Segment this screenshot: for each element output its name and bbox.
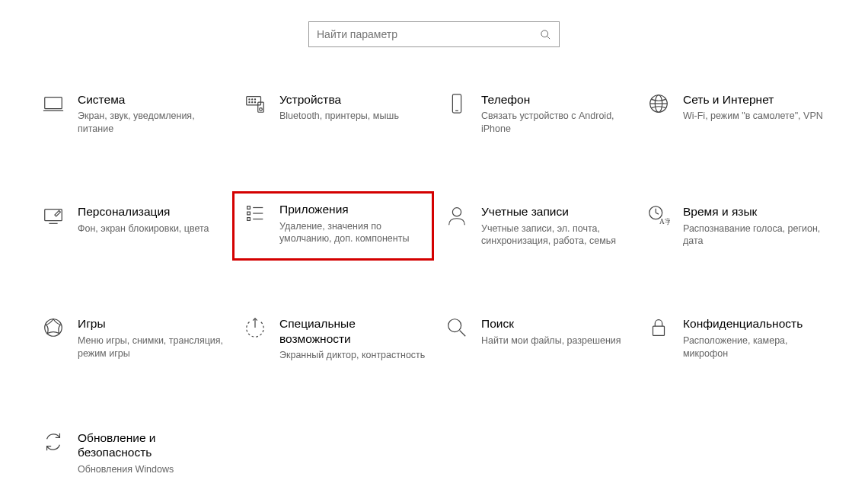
svg-point-10 (254, 102, 255, 103)
tile-network[interactable]: Сеть и Интернет Wi-Fi, режим "в самолете… (636, 82, 838, 146)
tile-title: Персонализация (78, 204, 225, 219)
tile-title: Игры (78, 316, 225, 331)
svg-line-29 (656, 213, 659, 214)
system-icon (40, 92, 67, 120)
tile-ease-of-access[interactable]: Специальные возможности Экранный диктор,… (232, 306, 434, 373)
svg-rect-20 (247, 206, 251, 210)
gaming-icon (40, 316, 67, 344)
tile-desc: Связать устройство с Android, iPhone (481, 110, 628, 136)
tile-personalization[interactable]: Персонализация Фон, экран блокировки, цв… (30, 194, 232, 258)
tile-desc: Меню игры, снимки, трансляция, режим игр… (78, 334, 225, 360)
tile-title: Сеть и Интернет (683, 92, 830, 107)
tile-gaming[interactable]: Игры Меню игры, снимки, трансляция, режи… (30, 306, 232, 373)
phone-icon (443, 92, 471, 120)
search-tile-icon (443, 316, 471, 344)
devices-icon (241, 92, 269, 120)
globe-icon (645, 92, 672, 120)
tile-desc: Найти мои файлы, разрешения (481, 334, 628, 347)
tile-desc: Учетные записи, эл. почта, синхронизация… (481, 222, 628, 248)
svg-point-7 (254, 99, 255, 100)
tile-time-language[interactable]: A字 Время и язык Распознавание голоса, ре… (636, 194, 838, 258)
svg-rect-24 (247, 218, 251, 221)
tile-phone[interactable]: Телефон Связать устройство с Android, iP… (434, 82, 636, 146)
search-box[interactable] (308, 21, 560, 47)
svg-line-1 (547, 36, 550, 39)
svg-rect-4 (247, 97, 261, 105)
tile-title: Поиск (481, 316, 628, 331)
tile-title: Время и язык (683, 204, 830, 219)
tile-update[interactable]: Обновление и безопасность Обновления Win… (30, 420, 232, 487)
tile-desc: Фон, экран блокировки, цвета (78, 222, 225, 235)
tile-title: Конфиденциальность (683, 316, 830, 331)
svg-rect-13 (452, 94, 461, 113)
svg-text:A字: A字 (659, 218, 670, 226)
search-icon (540, 29, 551, 40)
tile-title: Приложения (279, 202, 426, 216)
search-input[interactable] (317, 28, 540, 40)
lock-icon (645, 316, 672, 344)
time-language-icon: A字 (645, 204, 672, 232)
tile-desc: Удаление, значения по умолчанию, доп. ко… (279, 220, 426, 246)
tile-desc: Bluetooth, принтеры, мышь (279, 110, 426, 123)
tile-title: Система (78, 92, 225, 107)
tile-accounts[interactable]: Учетные записи Учетные записи, эл. почта… (434, 194, 636, 258)
ease-of-access-icon (241, 316, 269, 344)
tile-desc: Экранный диктор, контрастность (279, 349, 426, 362)
tile-privacy[interactable]: Конфиденциальность Расположение, камера,… (636, 306, 838, 373)
tile-desc: Экран, звук, уведомления, питание (78, 110, 225, 136)
svg-rect-22 (247, 212, 251, 215)
svg-point-5 (249, 99, 250, 100)
tile-title: Учетные записи (481, 204, 628, 219)
tile-title: Специальные возможности (279, 316, 426, 346)
update-icon (40, 430, 67, 458)
svg-rect-34 (653, 326, 665, 335)
svg-line-33 (460, 331, 466, 337)
tile-desc: Распознавание голоса, регион, дата (683, 222, 830, 248)
tile-desc: Расположение, камера, микрофон (683, 334, 830, 360)
tile-desc: Wi-Fi, режим "в самолете", VPN (683, 110, 830, 123)
search-container (0, 0, 868, 82)
svg-point-8 (249, 102, 250, 103)
tile-title: Устройства (279, 92, 426, 107)
svg-point-12 (260, 108, 263, 111)
svg-point-0 (541, 30, 548, 37)
tile-desc: Обновления Windows (78, 463, 225, 476)
tile-apps[interactable]: Приложения Удаление, значения по умолчан… (232, 191, 434, 261)
tile-title: Обновление и безопасность (78, 430, 225, 460)
tile-title: Телефон (481, 92, 628, 107)
svg-point-32 (448, 319, 461, 332)
tile-system[interactable]: Система Экран, звук, уведомления, питани… (30, 82, 232, 146)
svg-point-6 (252, 99, 253, 100)
svg-rect-2 (45, 98, 62, 109)
accounts-icon (443, 204, 471, 232)
svg-point-9 (252, 102, 253, 103)
settings-grid: Система Экран, звук, уведомления, питани… (0, 82, 868, 496)
tile-devices[interactable]: Устройства Bluetooth, принтеры, мышь (232, 82, 434, 146)
svg-point-26 (452, 208, 461, 216)
apps-icon (241, 202, 269, 229)
tile-search[interactable]: Поиск Найти мои файлы, разрешения (434, 306, 636, 373)
personalization-icon (40, 204, 67, 232)
